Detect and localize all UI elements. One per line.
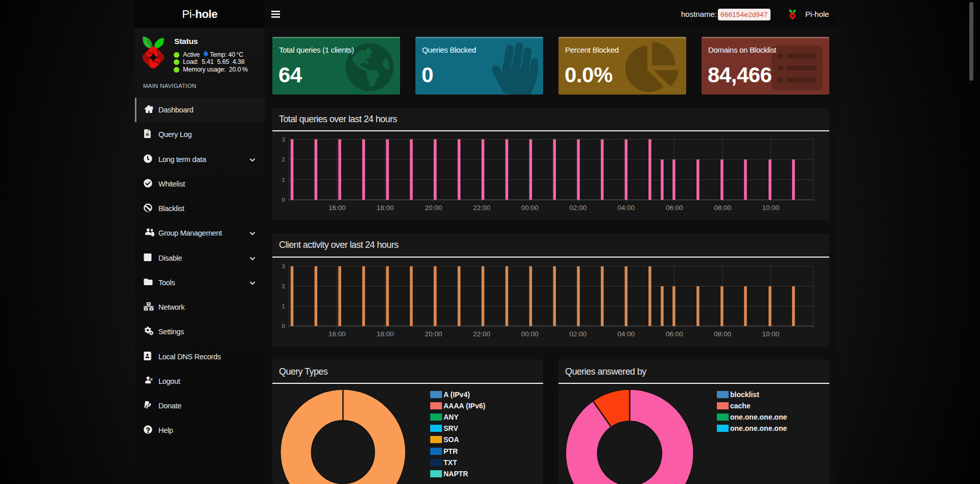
svg-text:00:00: 00:00	[521, 204, 539, 212]
svg-text:06:00: 06:00	[666, 204, 683, 212]
svg-text:2: 2	[282, 283, 285, 289]
svg-text:1: 1	[282, 177, 285, 183]
svg-text:08:00: 08:00	[714, 204, 731, 212]
svg-text:10:00: 10:00	[762, 204, 780, 212]
svg-text:0: 0	[282, 323, 285, 329]
svg-text:0: 0	[282, 197, 285, 203]
svg-text:16:00: 16:00	[329, 204, 346, 212]
svg-text:04:00: 04:00	[618, 204, 635, 212]
svg-text:10:00: 10:00	[762, 330, 780, 338]
svg-text:3: 3	[282, 263, 285, 269]
svg-text:20:00: 20:00	[425, 204, 442, 212]
svg-text:16:00: 16:00	[329, 330, 346, 338]
svg-text:08:00: 08:00	[714, 330, 731, 338]
svg-text:02:00: 02:00	[569, 204, 587, 212]
svg-text:18:00: 18:00	[377, 330, 394, 338]
svg-text:2: 2	[282, 156, 285, 163]
svg-text:06:00: 06:00	[666, 330, 683, 338]
svg-text:18:00: 18:00	[377, 204, 394, 212]
svg-text:22:00: 22:00	[473, 204, 491, 212]
svg-text:02:00: 02:00	[569, 330, 587, 338]
svg-text:1: 1	[282, 303, 285, 309]
svg-text:3: 3	[282, 136, 285, 143]
svg-text:20:00: 20:00	[425, 330, 442, 338]
svg-text:22:00: 22:00	[473, 330, 491, 338]
svg-text:04:00: 04:00	[618, 330, 635, 338]
svg-text:00:00: 00:00	[521, 330, 539, 338]
